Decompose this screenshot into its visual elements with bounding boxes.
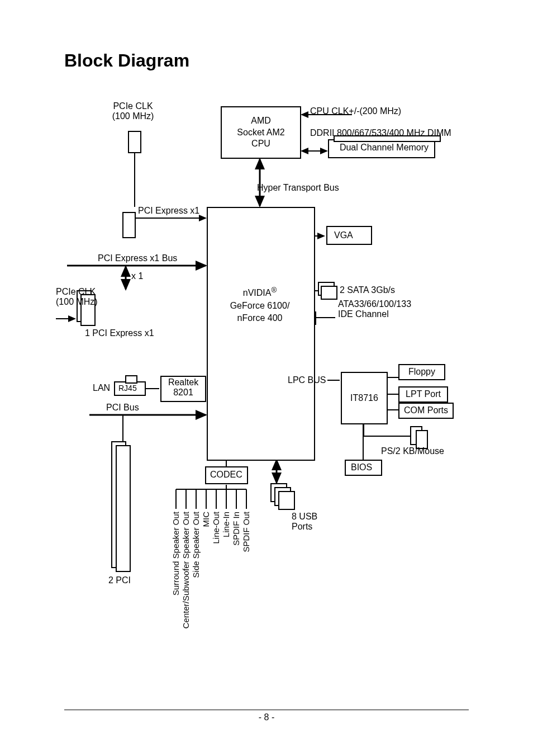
cpu-block: AMD Socket AM2 CPU [221, 106, 301, 159]
audio-linein: Line-In [221, 512, 231, 537]
lpc-label: LPC BUS [288, 375, 326, 385]
lpt-box: LPT Port [398, 386, 448, 403]
bios-label: BIOS [351, 462, 372, 472]
cpu-clk-label: CPU CLK+/-(200 MHz) [310, 106, 401, 116]
pci-count-label: 2 PCI [108, 575, 131, 585]
x1-label: x 1 [131, 271, 143, 281]
pci-bus-label: PCI Bus [106, 403, 139, 413]
com-box: COM Ports [398, 403, 454, 419]
svg-rect-51 [279, 492, 294, 509]
usb-label: 8 USBPorts [292, 512, 317, 532]
page-title: Block Diagram [64, 50, 189, 71]
audio-side: Side Speaker Out [191, 512, 201, 578]
ht-bus-label: Hyper Transport Bus [257, 183, 339, 193]
pcie-clk-label: PCIe CLK(100 MHz) [99, 101, 166, 121]
svg-rect-50 [275, 488, 291, 505]
ide-label: ATA33/66/100/133IDE Channel [338, 299, 411, 319]
floppy-box: Floppy [398, 364, 445, 380]
cpu-l3: CPU [251, 138, 270, 150]
page-number: - 8 - [0, 712, 533, 722]
dual-mem-label: Dual Channel Memory [335, 143, 433, 153]
pcie-x1-top-label: PCI Express x1 [138, 206, 199, 216]
realtek-label: Realtek8201 [166, 377, 200, 398]
lan-label: LAN [93, 383, 110, 393]
codec-label: CODEC [210, 470, 242, 480]
svg-rect-18 [321, 286, 337, 299]
it8716-block: IT8716 [341, 372, 388, 424]
audio-mic: MIC [201, 512, 211, 527]
ddr-label: DDRII 800/667/533/400 MHz DIMM [310, 128, 451, 138]
pcie-clk2-label: PCIe CLK(100 MHz) [56, 287, 106, 307]
chipset-block [207, 207, 315, 461]
audio-spdifin: SPDIF In [231, 512, 241, 546]
svg-rect-26 [411, 427, 422, 445]
vga-label: VGA [334, 230, 353, 240]
rj45-label: RJ45 [118, 384, 137, 393]
svg-rect-17 [318, 282, 334, 295]
audio-surround: Surround Speaker Out [171, 512, 180, 596]
cpu-l1: AMD [251, 115, 271, 127]
chipset-label: nVIDIA® GeForce 6100/ nForce 400 [215, 285, 304, 325]
cpu-l2: Socket AM2 [237, 127, 284, 139]
block-diagram: AMD Socket AM2 CPU nVIDIA® GeForce 6100/… [56, 98, 458, 635]
pcie-x1-bus-label: PCI Express x1 Bus [98, 253, 177, 263]
ps2-label: PS/2 KB/Mouse [381, 446, 444, 456]
svg-rect-35 [116, 446, 130, 571]
footer-rule [64, 710, 469, 710]
svg-rect-34 [112, 442, 126, 568]
svg-rect-29 [126, 376, 137, 383]
svg-rect-7 [123, 212, 135, 238]
sata-label: 2 SATA 3Gb/s [340, 285, 395, 295]
audio-lineout: Line-Out [211, 512, 221, 544]
audio-spdifout: SPDIF Out [241, 512, 251, 552]
svg-rect-49 [271, 484, 287, 502]
audio-center: Center/Subwoofer Speaker Out [181, 512, 191, 629]
pcie-x1-bottom-label: 1 PCI Express x1 [85, 328, 154, 338]
svg-rect-4 [129, 131, 141, 153]
